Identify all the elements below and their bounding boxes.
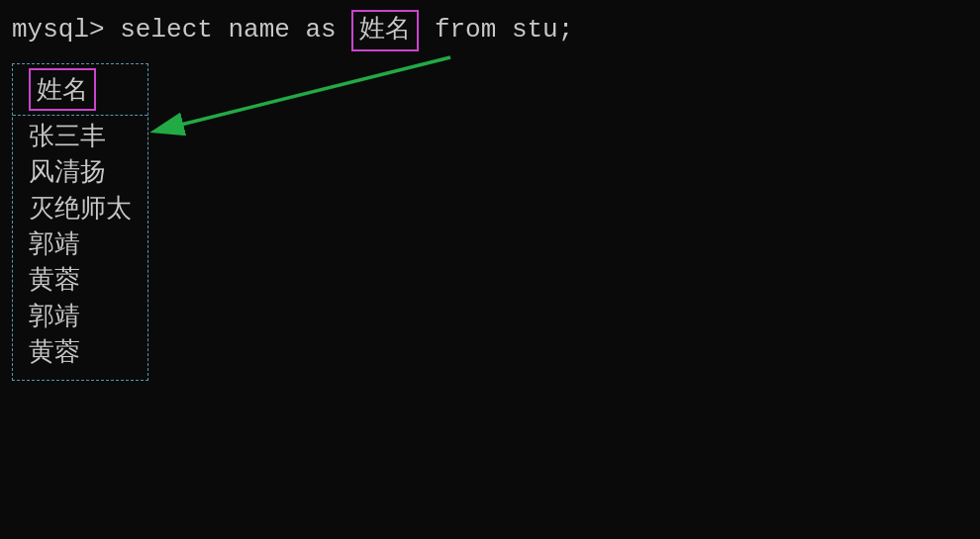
command-before-as: select name bbox=[120, 14, 305, 47]
list-item: 郭靖 bbox=[29, 300, 132, 335]
as-keyword: as bbox=[305, 14, 336, 47]
table-header-row: 姓名 bbox=[13, 64, 147, 116]
list-item: 黄蓉 bbox=[29, 263, 132, 299]
command-line: mysql> select name as 姓名 from stu; bbox=[12, 10, 968, 51]
list-item: 灭绝师太 bbox=[29, 192, 132, 227]
svg-line-1 bbox=[173, 57, 450, 127]
list-item: 郭靖 bbox=[29, 227, 132, 263]
list-item: 风清扬 bbox=[29, 155, 132, 191]
alias-boxed-command: 姓名 bbox=[351, 10, 419, 51]
command-after-alias: from stu; bbox=[419, 14, 573, 47]
list-item: 黄蓉 bbox=[29, 335, 132, 371]
prompt: mysql> bbox=[12, 14, 120, 47]
list-item: 张三丰 bbox=[29, 120, 132, 155]
table-data-rows: 张三丰 风清扬 灭绝师太 郭靖 黄蓉 郭靖 黄蓉 bbox=[13, 116, 147, 380]
terminal-window: mysql> select name as 姓名 from stu; 姓名 张三… bbox=[0, 0, 980, 539]
result-table: 姓名 张三丰 风清扬 灭绝师太 郭靖 黄蓉 郭靖 黄蓉 bbox=[12, 63, 148, 381]
column-header: 姓名 bbox=[29, 68, 96, 111]
table-border: 姓名 张三丰 风清扬 灭绝师太 郭靖 黄蓉 郭靖 黄蓉 bbox=[12, 63, 148, 381]
